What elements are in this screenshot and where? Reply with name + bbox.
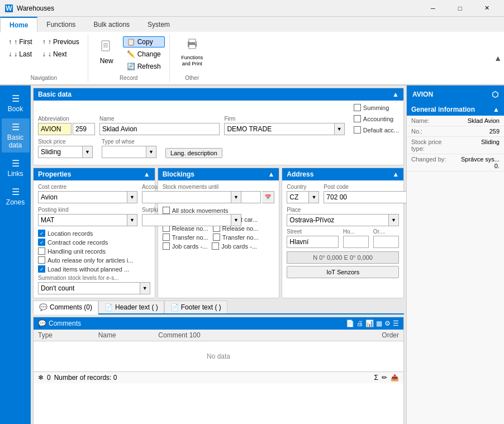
all-stock-cb[interactable]	[163, 207, 170, 214]
comments-icon: 💬	[38, 320, 46, 327]
tab-system[interactable]: System	[139, 17, 179, 32]
account-dd-btn[interactable]: ▼	[231, 191, 241, 203]
job1-cb[interactable]	[163, 242, 170, 250]
footer-text-tab-icon: 📄	[170, 303, 179, 311]
blockings-collapse[interactable]: ▲	[268, 170, 274, 178]
first-btn[interactable]: ↑ ↑ First	[4, 36, 36, 47]
posting-kind-input[interactable]	[38, 214, 127, 226]
tab-header-text[interactable]: 📄 Header text ( )	[98, 301, 164, 313]
tab-comments[interactable]: 💬 Comments (0)	[33, 301, 98, 315]
footer-sigma-icon[interactable]: Σ	[374, 374, 378, 382]
toolbar-file-icon[interactable]: 📄	[346, 320, 354, 327]
job2-cb[interactable]	[212, 242, 219, 250]
stock-price-input[interactable]	[38, 146, 83, 158]
toolbar-barcode-icon[interactable]: ▦	[376, 320, 382, 327]
sidebar-item-basic[interactable]: ☰ Basic data	[2, 118, 30, 153]
ho-input[interactable]	[343, 236, 369, 248]
place-dd-btn[interactable]: ▼	[389, 214, 399, 226]
abbr-label: Abbreviation	[38, 116, 95, 122]
auto-release-cb[interactable]	[38, 256, 45, 264]
footer-export-icon[interactable]: 📤	[391, 374, 399, 382]
firm-input[interactable]	[224, 123, 334, 135]
rp-row-stock-price: Stock price type: Sliding	[407, 137, 504, 154]
summing-checkbox[interactable]	[354, 104, 361, 111]
iot-btn[interactable]: IoT Senzors	[287, 266, 399, 278]
footer-edit-icon[interactable]: ✏	[382, 374, 387, 382]
type-whse-dropdown-btn[interactable]: ▼	[146, 146, 156, 158]
tab-footer-text[interactable]: 📄 Footer text ( )	[164, 301, 227, 313]
accounting-checkbox[interactable]	[354, 115, 361, 122]
surplus-loc-dd-btn[interactable]: ▼	[231, 214, 241, 226]
maximize-btn[interactable]: □	[447, 0, 473, 17]
refresh-btn[interactable]: 🔄 Refresh	[123, 61, 165, 72]
no-input[interactable]	[73, 123, 95, 135]
street-label: Street	[287, 228, 338, 235]
posting-kind-dd-btn[interactable]: ▼	[127, 214, 137, 226]
country-dd-btn[interactable]: ▼	[309, 191, 319, 203]
firm-dropdown-btn[interactable]: ▼	[335, 123, 345, 135]
close-btn[interactable]: ✕	[474, 0, 500, 17]
blockings-header: Blockings ▲	[158, 168, 279, 180]
account-dd: ▼	[142, 191, 241, 203]
stock-price-dropdown-btn[interactable]: ▼	[83, 146, 93, 158]
name-input[interactable]	[99, 123, 220, 135]
right-panel-external-icon[interactable]: ⬡	[492, 90, 498, 99]
load-items-cb[interactable]: ✓	[38, 265, 45, 273]
toolbar-print-icon[interactable]: 🖨	[356, 320, 363, 327]
surplus-loc-input[interactable]	[142, 214, 231, 226]
cost-centre-dd-btn[interactable]: ▼	[127, 191, 137, 203]
next-btn[interactable]: ↓ ↓ Next	[39, 49, 83, 60]
or-input[interactable]	[373, 236, 399, 248]
copy-btn[interactable]: 📋 Copy	[123, 36, 165, 47]
prev-btn[interactable]: ↑ ↑ Previous	[39, 36, 83, 47]
minimize-btn[interactable]: ─	[420, 0, 446, 17]
toolbar-menu-icon[interactable]: ☰	[393, 320, 399, 327]
toolbar-chart-icon[interactable]: 📊	[365, 320, 374, 327]
lang-desc-btn[interactable]: Lang. description	[165, 148, 222, 158]
summation-dd-btn[interactable]: ▼	[140, 282, 150, 294]
handling-cb[interactable]	[38, 247, 45, 255]
summation-input[interactable]	[38, 282, 140, 294]
other-group-label: Other	[170, 75, 215, 81]
func-print-btn[interactable]: Functions and Print	[178, 35, 206, 69]
general-info-collapse[interactable]: ▲	[493, 106, 500, 113]
contract-cb[interactable]: ✓	[38, 239, 45, 246]
location-cb[interactable]: ✓	[38, 230, 45, 237]
tab-bulk[interactable]: Bulk actions	[84, 17, 139, 32]
tab-functions[interactable]: Functions	[37, 17, 84, 32]
rp-label-changed: Changed by:	[411, 156, 453, 169]
account-input[interactable]	[142, 191, 231, 203]
basic-data-collapse[interactable]: ▲	[392, 90, 399, 98]
transfer2-cb[interactable]	[213, 234, 220, 241]
field-name: Name	[99, 116, 220, 135]
sidebar-item-zones[interactable]: ☰ Zones	[2, 183, 30, 209]
refresh-icon: 🔄	[127, 63, 135, 70]
ribbon-collapse-btn[interactable]: ▲	[494, 54, 502, 63]
transfer1-cb[interactable]	[163, 234, 170, 241]
change-btn[interactable]: ✏️ Change	[123, 49, 165, 60]
abbr-input[interactable]	[38, 123, 72, 135]
last-btn[interactable]: ↓ ↓ Last	[4, 49, 36, 60]
sidebar-item-links[interactable]: ☰ Links	[2, 155, 30, 181]
street-input[interactable]	[287, 236, 338, 248]
new-btn[interactable]: New	[93, 35, 121, 69]
address-collapse[interactable]: ▲	[392, 170, 399, 178]
country-input[interactable]	[287, 191, 309, 203]
contract-label: Contract code records	[47, 239, 108, 246]
address-title: Address	[287, 170, 313, 178]
abbr-no-row	[38, 123, 95, 135]
sidebar-item-book[interactable]: ☰ Book	[2, 90, 30, 116]
cb-all-stock: All stock movements	[163, 207, 275, 214]
type-whse-input[interactable]	[102, 146, 146, 158]
toolbar-settings-icon[interactable]: ⚙	[384, 320, 391, 327]
tab-home[interactable]: Home	[0, 17, 37, 32]
props-collapse[interactable]: ▲	[144, 170, 150, 178]
place-input[interactable]	[287, 214, 389, 226]
cb-location: ✓ Location records	[38, 230, 150, 237]
cb-auto-release: Auto release only for articles i...	[38, 256, 150, 264]
post-code-input[interactable]	[324, 191, 406, 203]
cost-centre-input[interactable]	[38, 191, 127, 203]
default-checkbox[interactable]	[354, 126, 361, 134]
bottom-tabs: 💬 Comments (0) 📄 Header text ( ) 📄 Foote…	[33, 301, 404, 315]
stock-mov-cal-btn[interactable]: 📅	[262, 191, 274, 203]
